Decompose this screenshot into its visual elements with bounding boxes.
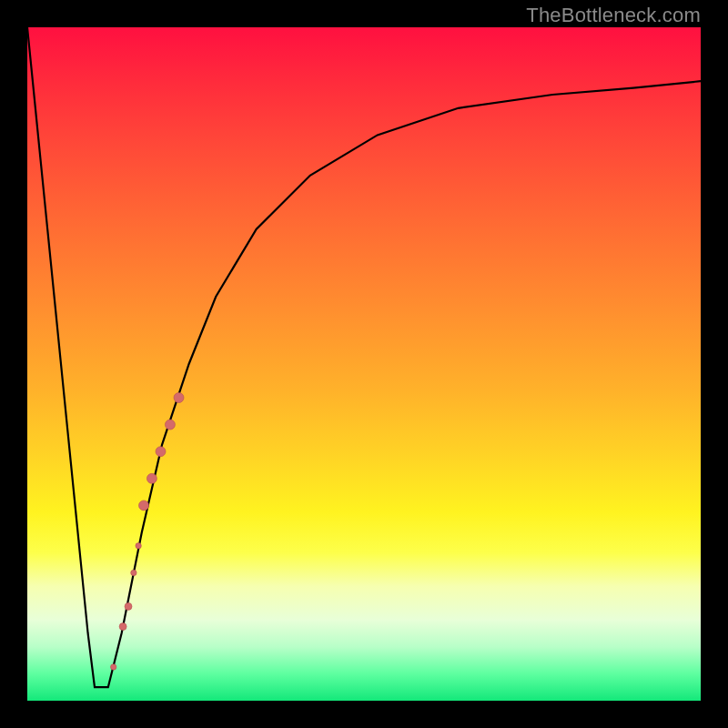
cluster-bar-lowermid: [147, 473, 157, 483]
cluster-small-bottom: [119, 623, 126, 631]
cluster-bar-bottom: [139, 500, 149, 511]
watermark-text: TheBottleneck.com: [526, 4, 701, 27]
chart-frame: TheBottleneck.com: [0, 0, 728, 728]
dot-gap-upper: [136, 543, 141, 549]
cluster-bar-mid: [156, 447, 166, 457]
chart-svg: [27, 27, 701, 701]
bottleneck-curve: [27, 27, 701, 687]
dot-gap-lower: [131, 570, 136, 575]
cluster-bar-uppermid: [165, 420, 175, 430]
plot-area: [27, 27, 701, 701]
data-markers: [111, 393, 185, 671]
cluster-bar-top: [174, 393, 184, 403]
dot-near-floor: [111, 664, 116, 670]
cluster-small-top: [125, 602, 132, 610]
